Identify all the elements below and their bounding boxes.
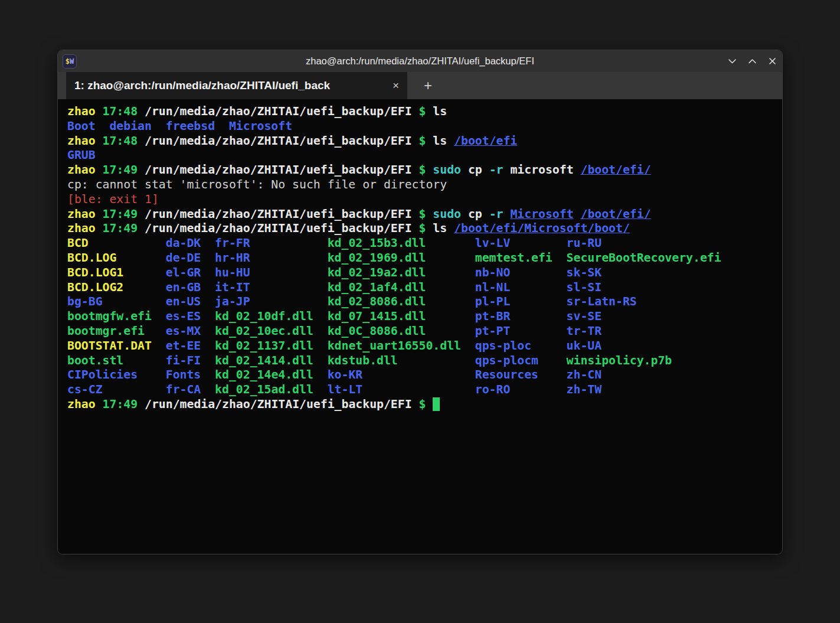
new-tab-button[interactable]: + (414, 72, 442, 99)
terminal-text: qps-plocm (475, 354, 567, 367)
terminal-text: et-EE (166, 339, 215, 353)
terminal-text (138, 163, 145, 177)
terminal-text: fr-FR (215, 236, 328, 250)
terminal-text (426, 163, 433, 177)
terminal-text: nb-NO (475, 266, 567, 279)
path-link: Microsoft (510, 207, 573, 221)
terminal-text: ja-JP (215, 295, 328, 308)
terminal-text: pt-BR (475, 309, 567, 323)
terminal-text (138, 134, 145, 148)
terminal-text: kd_02_1af4.dll (328, 280, 475, 294)
terminal-output[interactable]: zhao 17:48 /run/media/zhao/ZHITAI/uefi_b… (58, 99, 782, 554)
terminal-line: cp: cannot stat 'microsoft': No such fil… (67, 178, 773, 193)
terminal-text: 17:49 (103, 163, 138, 177)
terminal-text: kd_02_15ad.dll (215, 383, 328, 396)
terminal-text: 17:49 (103, 397, 138, 411)
terminal-text (138, 207, 145, 221)
tab-1[interactable]: 1: zhao@arch:/run/media/zhao/ZHITAI/uefi… (66, 72, 407, 99)
terminal-line: GRUB (67, 148, 773, 163)
terminal-text: -r (489, 163, 504, 177)
terminal-text: lt-LT (328, 383, 475, 396)
terminal-text: kd_02_10ec.dll (215, 324, 328, 338)
tab-label: 1: zhao@arch:/run/media/zhao/ZHITAI/uefi… (74, 79, 387, 92)
terminal-text (412, 163, 419, 177)
terminal-text (426, 105, 433, 118)
terminal-text: kd_02_19a2.dll (328, 266, 475, 279)
minimize-button[interactable] (722, 53, 742, 70)
terminal-text: 17:48 (103, 105, 138, 118)
terminal-text (503, 207, 510, 221)
maximize-button[interactable] (742, 53, 762, 70)
terminal-text: GRUB (67, 148, 96, 162)
terminal-window: $W zhao@arch:/run/media/zhao/ZHITAI/uefi… (57, 50, 783, 554)
terminal-line: BCD.LOG1 el-GR hu-HU kd_02_19a2.dll nb-N… (67, 266, 773, 280)
terminal-text: kd_02_1137.dll (215, 339, 328, 353)
app-icon-dollar: $ (66, 57, 70, 66)
terminal-text: Fonts (166, 368, 215, 381)
app-icon: $W (63, 54, 77, 69)
terminal-text: pt-PT (475, 324, 567, 338)
terminal-text: hu-HU (215, 266, 328, 279)
close-button[interactable] (762, 53, 782, 70)
terminal-text (138, 105, 145, 118)
terminal-line: BOOTSTAT.DAT et-EE kd_02_1137.dll kdnet_… (67, 339, 773, 354)
terminal-line: boot.stl fi-FI kd_02_1414.dll kdstub.dll… (67, 354, 773, 368)
terminal-line: bootmgfw.efi es-ES kd_02_10df.dll kd_07_… (67, 309, 773, 324)
path-link: /boot/efi (454, 134, 517, 148)
terminal-text: 17:49 (103, 207, 138, 221)
chevron-down-icon (728, 57, 737, 66)
terminal-text: CIPolicies (67, 368, 166, 381)
chevron-up-icon (748, 57, 757, 66)
terminal-text: kd_07_1415.dll (328, 309, 475, 323)
terminal-text: BCD.LOG2 (67, 280, 166, 294)
terminal-text (412, 207, 419, 221)
terminal-text: /run/media/zhao/ZHITAI/uefi_backup/EFI (145, 105, 412, 118)
terminal-text: /run/media/zhao/ZHITAI/uefi_backup/EFI (145, 163, 412, 177)
terminal-text: boot.stl (67, 354, 166, 367)
terminal-text: $ (419, 105, 426, 118)
terminal-text: ko-KR (328, 368, 475, 381)
terminal-line: CIPolicies Fonts kd_02_14e4.dll ko-KR Re… (67, 368, 773, 383)
terminal-text: sl-SI (567, 280, 602, 294)
terminal-text (96, 105, 103, 118)
terminal-text: ru-RU (567, 236, 602, 250)
terminal-text: fr-CA (166, 383, 215, 396)
terminal-text: bg-BG (67, 295, 166, 308)
terminal-line: zhao 17:49 /run/media/zhao/ZHITAI/uefi_b… (67, 163, 773, 178)
terminal-text (96, 207, 103, 221)
terminal-text (426, 134, 433, 148)
path-link: /boot/efi/ (581, 207, 651, 221)
terminal-text: BCD (67, 236, 166, 250)
terminal-cursor (433, 397, 440, 411)
terminal-text (574, 207, 581, 221)
terminal-text: Boot debian freebsd Microsoft (67, 119, 292, 133)
terminal-text: sv-SE (567, 309, 602, 323)
terminal-text: sk-SK (567, 266, 602, 279)
terminal-text: zhao (67, 397, 96, 411)
titlebar[interactable]: $W zhao@arch:/run/media/zhao/ZHITAI/uefi… (58, 50, 782, 72)
terminal-text (96, 134, 103, 148)
terminal-text: zh-CN (567, 368, 602, 381)
terminal-text: qps-ploc (475, 339, 567, 353)
terminal-line: BCD.LOG de-DE hr-HR kd_02_1969.dll memte… (67, 251, 773, 266)
terminal-text: kd_02_10df.dll (215, 309, 328, 323)
terminal-text: BOOTSTAT.DAT (67, 339, 166, 353)
terminal-text (96, 397, 103, 411)
terminal-text (412, 134, 419, 148)
terminal-text: sr-Latn-RS (567, 295, 637, 308)
terminal-text: winsipolicy.p7b (567, 354, 672, 367)
terminal-text (412, 397, 419, 411)
terminal-line: BCD.LOG2 en-GB it-IT kd_02_1af4.dll nl-N… (67, 280, 773, 295)
terminal-line: [ble: exit 1] (67, 193, 773, 207)
terminal-text: Resources (475, 368, 567, 381)
terminal-text: SecureBootRecovery.efi (567, 251, 721, 265)
terminal-text: /run/media/zhao/ZHITAI/uefi_backup/EFI (145, 221, 412, 235)
path-link: /boot/efi/ (580, 163, 651, 177)
terminal-text: bootmgfw.efi (67, 309, 166, 323)
terminal-text: zhao (67, 221, 96, 235)
terminal-text: kd_0C_8086.dll (328, 324, 475, 338)
tab-close-icon[interactable]: × (393, 79, 399, 92)
terminal-line: zhao 17:49 /run/media/zhao/ZHITAI/uefi_b… (67, 397, 773, 412)
terminal-text (426, 207, 433, 221)
terminal-text: tr-TR (567, 324, 602, 338)
